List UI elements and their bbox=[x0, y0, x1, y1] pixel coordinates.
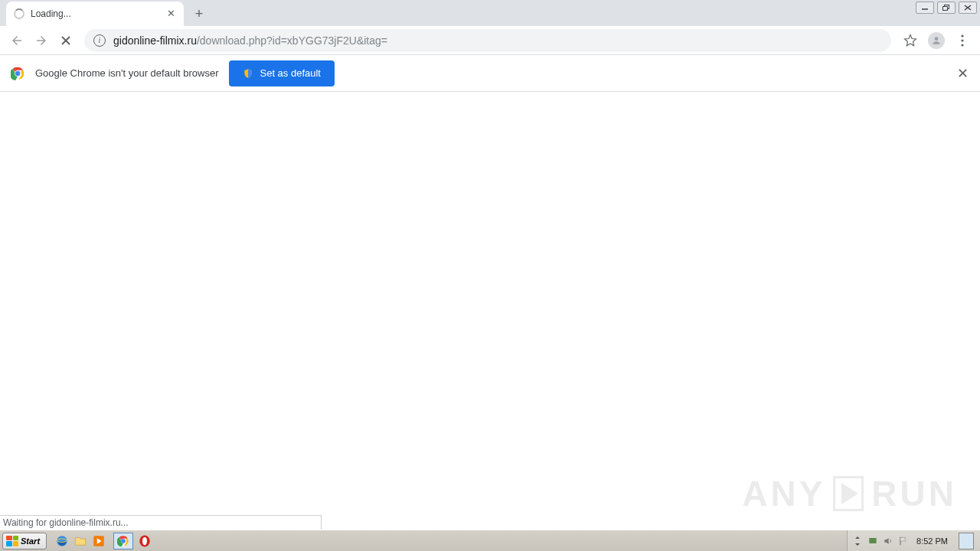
new-tab-button[interactable]: + bbox=[188, 3, 210, 24]
status-text: Waiting for gidonline-filmix.ru... bbox=[3, 517, 129, 528]
svg-point-8 bbox=[961, 34, 963, 37]
quick-launch bbox=[55, 533, 152, 549]
minimize-button[interactable] bbox=[916, 2, 934, 14]
windows-logo-icon bbox=[6, 536, 18, 546]
svg-rect-2 bbox=[943, 7, 948, 11]
loading-spinner-icon bbox=[14, 8, 24, 19]
windows-taskbar: Start 8:52 PM bbox=[0, 530, 980, 551]
svg-point-9 bbox=[961, 39, 963, 41]
security-tray-icon[interactable] bbox=[867, 536, 878, 546]
svg-point-18 bbox=[121, 539, 126, 543]
set-default-button[interactable]: Set as default bbox=[229, 60, 335, 86]
show-desktop-button[interactable] bbox=[959, 533, 974, 549]
default-browser-infobar: Google Chrome isn't your default browser… bbox=[0, 55, 980, 92]
system-tray: 8:52 PM bbox=[847, 530, 980, 551]
address-bar[interactable]: i gidonline-filmix.ru/download.php?id=xb… bbox=[84, 29, 891, 52]
close-tab-icon[interactable]: ✕ bbox=[165, 8, 176, 19]
svg-point-10 bbox=[961, 44, 963, 46]
page-content bbox=[0, 92, 980, 530]
media-player-icon[interactable] bbox=[92, 534, 106, 548]
start-button[interactable]: Start bbox=[2, 533, 47, 549]
svg-point-7 bbox=[935, 37, 939, 41]
close-window-button[interactable] bbox=[959, 2, 977, 14]
profile-avatar-icon bbox=[928, 32, 945, 49]
volume-tray-icon[interactable] bbox=[883, 536, 893, 546]
tab-title: Loading... bbox=[31, 8, 165, 19]
svg-point-20 bbox=[142, 536, 147, 545]
bookmark-star-icon[interactable] bbox=[899, 29, 922, 52]
kebab-menu-icon[interactable] bbox=[951, 29, 974, 52]
shield-icon bbox=[243, 68, 253, 79]
maximize-button[interactable] bbox=[937, 2, 956, 14]
taskbar-clock[interactable]: 8:52 PM bbox=[913, 536, 951, 546]
stop-reload-button[interactable] bbox=[55, 30, 77, 51]
window-controls bbox=[916, 2, 977, 14]
explorer-icon[interactable] bbox=[74, 534, 87, 548]
browser-toolbar: i gidonline-filmix.ru/download.php?id=xb… bbox=[0, 26, 980, 55]
back-button bbox=[6, 30, 28, 51]
tab-strip: Loading... ✕ + bbox=[0, 0, 980, 26]
status-bar: Waiting for gidonline-filmix.ru... bbox=[0, 515, 322, 530]
site-info-icon[interactable]: i bbox=[93, 34, 106, 47]
infobar-message: Google Chrome isn't your default browser bbox=[35, 67, 218, 79]
infobar-close-icon[interactable]: ✕ bbox=[956, 65, 969, 82]
url-path: /download.php?id=xbYGG73jF2U&itag= bbox=[197, 34, 387, 47]
svg-rect-21 bbox=[869, 537, 876, 543]
opera-icon[interactable] bbox=[138, 534, 152, 548]
profile-button[interactable] bbox=[925, 29, 948, 52]
url-domain: gidonline-filmix.ru bbox=[113, 34, 197, 47]
ie-icon[interactable] bbox=[55, 534, 69, 548]
tray-expand-icon[interactable] bbox=[852, 536, 863, 546]
forward-button bbox=[31, 30, 52, 51]
set-default-label: Set as default bbox=[260, 67, 321, 79]
start-label: Start bbox=[21, 536, 40, 546]
chrome-taskbar-button[interactable] bbox=[113, 533, 133, 549]
chrome-logo-icon bbox=[11, 67, 24, 80]
browser-tab[interactable]: Loading... ✕ bbox=[6, 2, 184, 26]
flag-tray-icon[interactable] bbox=[898, 536, 909, 546]
